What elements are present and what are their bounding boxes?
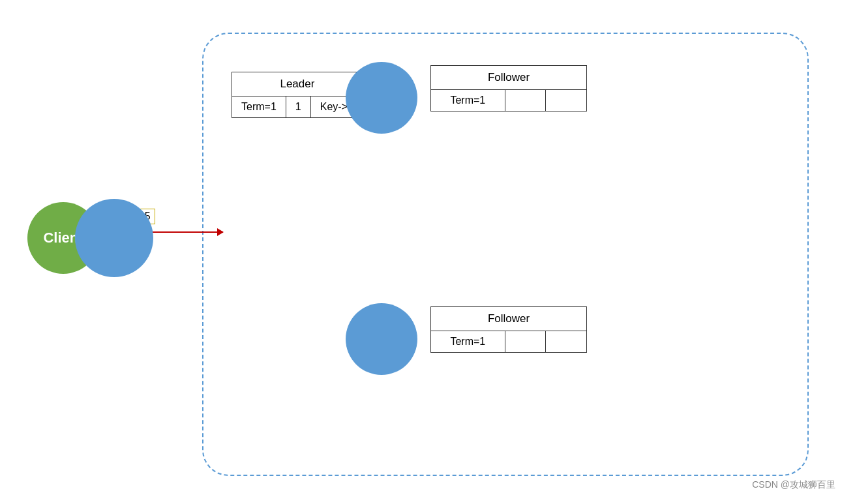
leader-term: Term=1 <box>232 96 286 118</box>
follower1-col2 <box>505 90 546 111</box>
leader-node <box>75 199 153 277</box>
follower1-table-header: Follower <box>431 66 587 90</box>
follower1-table-container: Follower Term=1 <box>430 65 587 111</box>
follower2-table-header: Follower <box>431 307 587 331</box>
leader-index: 1 <box>286 96 310 118</box>
follower2-col2 <box>505 331 546 353</box>
follower1-col3 <box>546 90 587 111</box>
follower2-table-container: Follower Term=1 <box>430 306 587 353</box>
leader-table-container: Leader Term=1 1 Key->5 <box>232 72 363 118</box>
follower1-table: Follower Term=1 <box>430 65 587 111</box>
follower2-table: Follower Term=1 <box>430 306 587 353</box>
follower2-node <box>346 303 417 375</box>
watermark: CSDN @攻城狮百里 <box>752 479 835 491</box>
follower1-term: Term=1 <box>431 90 505 111</box>
leader-table-header: Leader <box>232 72 363 96</box>
canvas: Client Set key=5 Leader Term=1 1 Key->5 <box>0 0 855 504</box>
leader-table: Leader Term=1 1 Key->5 <box>232 72 363 118</box>
follower2-col3 <box>546 331 587 353</box>
follower1-node <box>346 62 417 134</box>
follower2-term: Term=1 <box>431 331 505 353</box>
